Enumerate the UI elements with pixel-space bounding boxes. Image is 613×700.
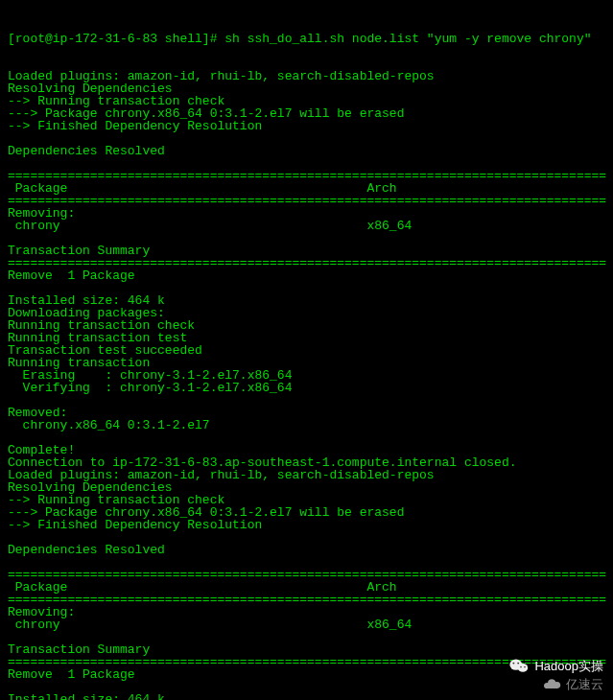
terminal-line: ========================================… — [8, 594, 605, 606]
terminal-line — [8, 394, 605, 407]
terminal-line: chrony.x86_64 0:3.1-2.el7 — [8, 419, 605, 432]
terminal-line: Remove 1 Package — [8, 668, 605, 681]
terminal-line: Installed size: 464 k — [8, 693, 605, 700]
terminal-line: Verifying : chrony-3.1-2.el7.x86_64 — [8, 382, 605, 394]
terminal-line: chrony x86_64 — [8, 220, 605, 232]
terminal-output[interactable]: [root@ip-172-31-6-83 shell]# sh ssh_do_a… — [0, 0, 613, 700]
terminal-line: Dependencies Resolved — [8, 544, 605, 556]
terminal-line: Remove 1 Package — [8, 269, 605, 282]
terminal-line: Dependencies Resolved — [8, 145, 605, 157]
terminal-line: --> Finished Dependency Resolution — [8, 120, 605, 132]
terminal-line: ========================================… — [8, 195, 605, 207]
terminal-line — [8, 432, 605, 444]
terminal-line: --> Finished Dependency Resolution — [8, 519, 605, 531]
terminal-line: chrony x86_64 — [8, 618, 605, 631]
prompt-line: [root@ip-172-31-6-83 shell]# sh ssh_do_a… — [8, 33, 605, 45]
